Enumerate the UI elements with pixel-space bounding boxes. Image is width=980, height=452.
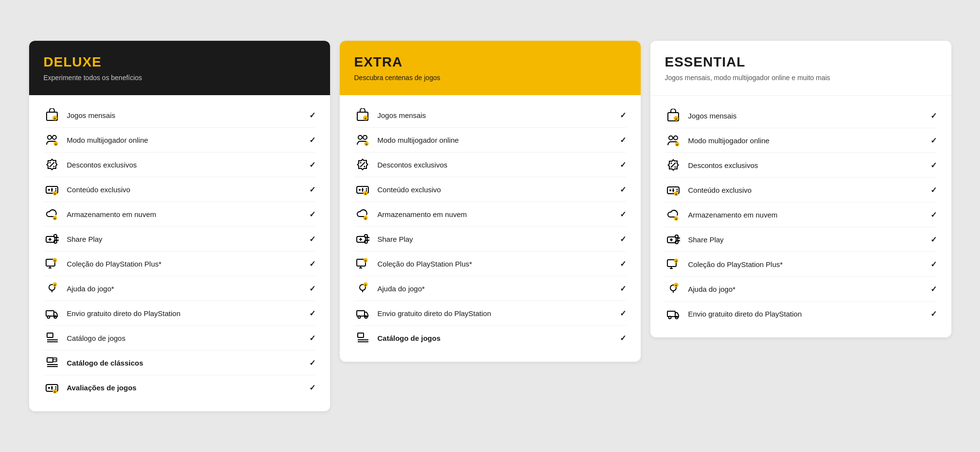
svg-rect-96 xyxy=(358,333,364,337)
gamehelp-icon: + xyxy=(354,282,371,295)
svg-point-106 xyxy=(670,163,672,164)
card-title-essential: ESSENTIAL xyxy=(665,54,937,70)
feature-label: Catálogo de jogos xyxy=(378,334,616,342)
svg-text:+: + xyxy=(53,192,55,196)
list-item: + Coleção do PlayStation Plus*✓ xyxy=(44,251,316,276)
feature-label: Descontos exclusivos xyxy=(688,161,927,169)
feature-checkmark: ✓ xyxy=(930,136,937,145)
feature-label: Ajuda do jogo* xyxy=(67,285,305,293)
list-item: Catálogo de jogos✓ xyxy=(354,326,626,350)
svg-point-122 xyxy=(675,235,678,238)
svg-point-11 xyxy=(48,189,50,191)
collection-icon: + xyxy=(44,257,60,270)
feature-checkmark: ✓ xyxy=(930,285,937,294)
feature-checkmark: ✓ xyxy=(309,383,316,392)
list-item: + Coleção do PlayStation Plus*✓ xyxy=(354,251,626,276)
svg-point-110 xyxy=(669,189,671,191)
svg-text:+: + xyxy=(364,259,366,263)
gamehelp-icon: + xyxy=(665,282,681,296)
shipping-icon xyxy=(665,307,681,320)
list-item: Envio gratuito direto do PlayStation✓ xyxy=(44,301,316,326)
feature-checkmark: ✓ xyxy=(309,309,316,318)
list-item: + Conteúdo exclusivo✓ xyxy=(665,178,937,202)
list-item: Share Play✓ xyxy=(354,227,626,251)
feature-checkmark: ✓ xyxy=(309,259,316,268)
cloud-icon: + xyxy=(665,208,681,221)
list-item: + Ajuda do jogo*✓ xyxy=(44,276,316,301)
discounts-icon xyxy=(354,158,371,171)
feature-checkmark: ✓ xyxy=(309,234,316,244)
svg-point-103 xyxy=(674,136,678,140)
card-essential: ESSENTIALJogos mensais, modo multijogado… xyxy=(650,41,951,337)
list-item: + Ajuda do jogo*✓ xyxy=(354,276,626,301)
exclusive-icon: + xyxy=(665,183,681,197)
feature-checkmark: ✓ xyxy=(930,309,937,318)
cards-container: DELUXEExperimente todos os benefícios + … xyxy=(29,41,951,411)
svg-point-23 xyxy=(54,234,57,237)
feature-label: Armazenamento em nuvem xyxy=(378,210,616,218)
svg-text:+: + xyxy=(675,218,677,221)
list-item: + Conteúdo exclusivo✓ xyxy=(354,177,626,202)
feature-label: Descontos exclusivos xyxy=(378,161,616,169)
feature-label: Conteúdo exclusivo xyxy=(67,185,305,194)
svg-point-4 xyxy=(52,135,56,139)
list-item: + Jogos mensais✓ xyxy=(354,103,626,128)
list-item: + Armazenamento em nuvem✓ xyxy=(44,202,316,227)
feature-checkmark: ✓ xyxy=(620,160,626,169)
feature-checkmark: ✓ xyxy=(930,235,937,244)
card-extra: EXTRADescubra centenas de jogos + Jogos … xyxy=(340,41,641,362)
feature-checkmark: ✓ xyxy=(620,135,626,145)
card-deluxe: DELUXEExperimente todos os benefícios + … xyxy=(29,41,330,411)
svg-point-64 xyxy=(364,166,365,167)
svg-text:+: + xyxy=(53,217,55,220)
feature-checkmark: ✓ xyxy=(620,334,626,343)
svg-text:+: + xyxy=(53,390,55,394)
svg-point-60 xyxy=(363,135,367,139)
svg-text:+: + xyxy=(675,117,677,121)
svg-point-70 xyxy=(365,188,367,190)
monthly-icon: + xyxy=(44,108,60,122)
feature-label: Jogos mensais xyxy=(688,112,927,120)
feature-label: Catálogo de clássicos xyxy=(67,359,305,367)
feature-checkmark: ✓ xyxy=(930,185,937,195)
discounts-icon xyxy=(44,158,60,171)
feature-label: Coleção do PlayStation Plus* xyxy=(688,260,927,268)
feature-checkmark: ✓ xyxy=(620,309,626,318)
svg-point-81 xyxy=(365,240,367,243)
shipping-icon xyxy=(354,306,371,320)
shareplay-icon xyxy=(665,233,681,246)
feature-label: Ajuda do jogo* xyxy=(378,285,616,293)
svg-text:+: + xyxy=(53,259,55,263)
svg-point-63 xyxy=(360,162,361,164)
svg-point-52 xyxy=(55,386,56,388)
list-item: Envio gratuito direto do PlayStation✓ xyxy=(665,301,937,326)
svg-point-102 xyxy=(669,136,673,140)
feature-label: Share Play xyxy=(378,235,616,243)
feature-checkmark: ✓ xyxy=(620,111,626,120)
list-item: + Jogos mensais✓ xyxy=(44,103,316,128)
feature-checkmark: ✓ xyxy=(309,185,316,194)
feature-label: Jogos mensais xyxy=(67,111,305,119)
list-item: Descontos exclusivos✓ xyxy=(354,152,626,177)
svg-text:PS: PS xyxy=(52,358,56,361)
feature-label: Share Play xyxy=(67,235,305,243)
feature-checkmark: ✓ xyxy=(309,210,316,219)
gamehelp-icon: + xyxy=(44,282,60,295)
svg-rect-136 xyxy=(667,311,675,317)
list-item: + Modo multijogador online✓ xyxy=(44,128,316,152)
list-item: Catálogo de jogos✓ xyxy=(44,326,316,351)
svg-point-49 xyxy=(48,387,50,389)
feature-label: Envio gratuito direto do PlayStation xyxy=(688,310,927,318)
multiplayer-icon: + xyxy=(354,133,371,147)
card-features-extra: + Jogos mensais✓ + Modo multijogador onl… xyxy=(340,95,641,362)
feature-checkmark: ✓ xyxy=(309,135,316,145)
shareplay-icon xyxy=(354,232,371,246)
svg-text:+: + xyxy=(364,192,366,196)
svg-point-137 xyxy=(668,317,671,319)
svg-point-7 xyxy=(49,162,50,164)
svg-point-113 xyxy=(676,189,678,190)
feature-label: Jogos mensais xyxy=(378,111,616,119)
feature-checkmark: ✓ xyxy=(620,284,626,293)
svg-point-25 xyxy=(54,240,57,243)
feature-checkmark: ✓ xyxy=(309,284,316,293)
